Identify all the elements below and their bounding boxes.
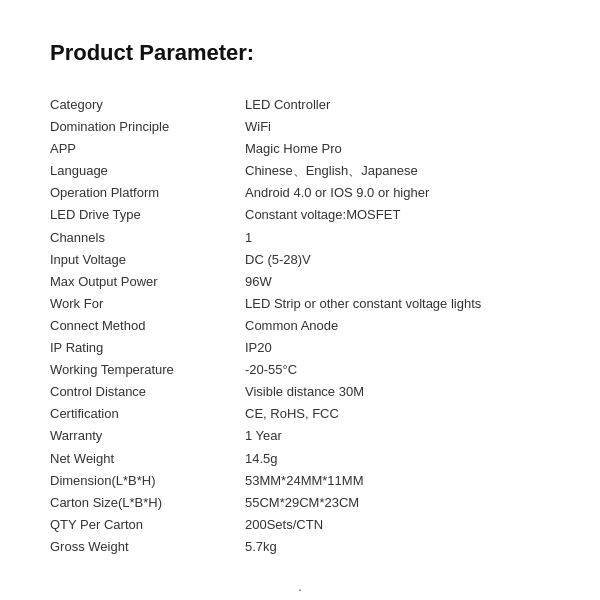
param-label: Domination Principle xyxy=(50,116,245,138)
table-row: CategoryLED Controller xyxy=(50,94,550,116)
param-value: LED Strip or other constant voltage ligh… xyxy=(245,293,550,315)
param-value: Constant voltage:MOSFET xyxy=(245,204,550,226)
table-row: Channels1 xyxy=(50,227,550,249)
param-label: IP Rating xyxy=(50,337,245,359)
params-table: CategoryLED ControllerDomination Princip… xyxy=(50,94,550,558)
table-row: Work ForLED Strip or other constant volt… xyxy=(50,293,550,315)
param-value: 14.5g xyxy=(245,448,550,470)
table-row: Working Temperature-20-55°C xyxy=(50,359,550,381)
param-value: IP20 xyxy=(245,337,550,359)
param-value: Android 4.0 or IOS 9.0 or higher xyxy=(245,182,550,204)
table-row: Warranty1 Year xyxy=(50,425,550,447)
param-value: 1 xyxy=(245,227,550,249)
param-value: WiFi xyxy=(245,116,550,138)
table-row: Connect MethodCommon Anode xyxy=(50,315,550,337)
param-label: Connect Method xyxy=(50,315,245,337)
param-label: Dimension(L*B*H) xyxy=(50,470,245,492)
param-value: CE, RoHS, FCC xyxy=(245,403,550,425)
table-row: Control DistanceVisible distance 30M xyxy=(50,381,550,403)
param-label: Control Distance xyxy=(50,381,245,403)
param-value: 55CM*29CM*23CM xyxy=(245,492,550,514)
param-label: APP xyxy=(50,138,245,160)
param-value: -20-55°C xyxy=(245,359,550,381)
table-row: IP RatingIP20 xyxy=(50,337,550,359)
table-row: Gross Weight5.7kg xyxy=(50,536,550,558)
page-title: Product Parameter: xyxy=(50,40,550,66)
param-value: 53MM*24MM*11MM xyxy=(245,470,550,492)
param-value: LED Controller xyxy=(245,94,550,116)
table-row: Max Output Power96W xyxy=(50,271,550,293)
param-value: Chinese、English、Japanese xyxy=(245,160,550,182)
table-row: Carton Size(L*B*H)55CM*29CM*23CM xyxy=(50,492,550,514)
param-value: Common Anode xyxy=(245,315,550,337)
table-row: Dimension(L*B*H)53MM*24MM*11MM xyxy=(50,470,550,492)
page-container: Product Parameter: CategoryLED Controlle… xyxy=(0,0,600,600)
table-row: CertificationCE, RoHS, FCC xyxy=(50,403,550,425)
param-value: 5.7kg xyxy=(245,536,550,558)
footer-dot: . xyxy=(50,578,550,594)
param-label: Carton Size(L*B*H) xyxy=(50,492,245,514)
table-row: Input VoltageDC (5-28)V xyxy=(50,249,550,271)
param-label: Input Voltage xyxy=(50,249,245,271)
param-label: Channels xyxy=(50,227,245,249)
param-label: Operation Platform xyxy=(50,182,245,204)
param-value: DC (5-28)V xyxy=(245,249,550,271)
param-value: 200Sets/CTN xyxy=(245,514,550,536)
table-row: LanguageChinese、English、Japanese xyxy=(50,160,550,182)
param-label: Work For xyxy=(50,293,245,315)
param-label: Language xyxy=(50,160,245,182)
param-label: Warranty xyxy=(50,425,245,447)
table-row: Operation PlatformAndroid 4.0 or IOS 9.0… xyxy=(50,182,550,204)
param-value: Visible distance 30M xyxy=(245,381,550,403)
param-label: LED Drive Type xyxy=(50,204,245,226)
param-label: Certification xyxy=(50,403,245,425)
param-label: Net Weight xyxy=(50,448,245,470)
param-label: Gross Weight xyxy=(50,536,245,558)
param-value: Magic Home Pro xyxy=(245,138,550,160)
param-label: Max Output Power xyxy=(50,271,245,293)
table-row: QTY Per Carton200Sets/CTN xyxy=(50,514,550,536)
param-value: 96W xyxy=(245,271,550,293)
param-value: 1 Year xyxy=(245,425,550,447)
table-row: Net Weight14.5g xyxy=(50,448,550,470)
table-row: APPMagic Home Pro xyxy=(50,138,550,160)
param-label: QTY Per Carton xyxy=(50,514,245,536)
param-label: Working Temperature xyxy=(50,359,245,381)
table-row: Domination PrincipleWiFi xyxy=(50,116,550,138)
table-row: LED Drive TypeConstant voltage:MOSFET xyxy=(50,204,550,226)
param-label: Category xyxy=(50,94,245,116)
